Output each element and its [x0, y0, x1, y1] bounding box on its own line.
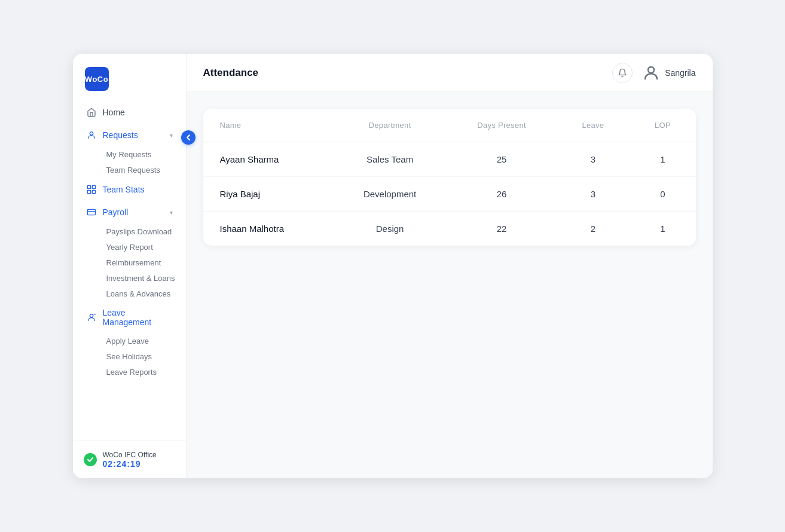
sidebar-item-yearly-report[interactable]: Yearly Report	[102, 240, 180, 255]
user-name-label: Sangrila	[665, 68, 695, 78]
app-container: WoCo Home Requests	[73, 54, 713, 478]
sidebar-sub-label: Investment & Loans	[106, 274, 175, 283]
user-menu-button[interactable]: Sangrila	[642, 64, 695, 82]
footer-office-name: WoCo IFC Office	[103, 451, 157, 459]
cell-lop: 1	[630, 142, 696, 177]
page-title: Attendance	[203, 67, 606, 79]
svg-rect-3	[87, 190, 90, 193]
content-area: Name Department Days Present Leave LOP A…	[187, 92, 713, 478]
chevron-down-icon: ▾	[170, 132, 173, 139]
sidebar-sub-label: Payslips Download	[106, 227, 172, 236]
attendance-table: Name Department Days Present Leave LOP A…	[203, 109, 696, 246]
svg-point-0	[90, 132, 93, 135]
table-row: Riya Bajaj Development 26 3 0	[203, 177, 696, 212]
logo-text: WoCo	[85, 75, 108, 84]
sidebar-item-payslips-download[interactable]: Payslips Download	[102, 224, 180, 239]
requests-submenu: My Requests Team Requests	[79, 147, 180, 178]
footer-time: 02:24:19	[103, 459, 157, 469]
sidebar-sub-label: Reimbursement	[106, 258, 161, 267]
cell-days-present: 25	[447, 142, 557, 177]
cell-department: Design	[332, 212, 447, 246]
sidebar-sub-label: Apply Leave	[106, 337, 149, 346]
column-header-days-present: Days Present	[447, 109, 557, 142]
cell-leave: 3	[556, 177, 630, 212]
check-circle-icon	[84, 453, 97, 466]
logo-box[interactable]: WoCo	[85, 67, 109, 91]
sidebar-sub-label: Leave Reports	[106, 368, 157, 377]
svg-point-9	[648, 67, 654, 73]
svg-rect-2	[92, 185, 95, 188]
sidebar-sub-label: See Holidays	[106, 352, 152, 361]
sidebar-navigation: Home Requests ▾ My Requests Team Request…	[73, 102, 186, 441]
cell-lop: 1	[630, 212, 696, 246]
sidebar-item-payroll[interactable]: Payroll ▾	[79, 201, 180, 223]
payroll-icon	[86, 207, 97, 218]
cell-department: Sales Team	[332, 142, 447, 177]
cell-leave: 2	[556, 212, 630, 246]
cell-days-present: 26	[447, 177, 557, 212]
sidebar-item-team-requests[interactable]: Team Requests	[102, 163, 180, 178]
user-avatar-icon	[642, 64, 660, 82]
cell-name: Ayaan Sharma	[203, 142, 333, 177]
sidebar-toggle-button[interactable]	[181, 130, 196, 145]
header-actions: Sangrila	[612, 63, 695, 83]
payroll-submenu: Payslips Download Yearly Report Reimburs…	[79, 224, 180, 301]
sidebar-sub-label: Yearly Report	[106, 243, 153, 252]
sidebar-item-leave-reports[interactable]: Leave Reports	[102, 365, 180, 380]
column-header-department: Department	[332, 109, 447, 142]
teamstats-icon	[86, 184, 97, 195]
cell-name: Riya Bajaj	[203, 177, 333, 212]
svg-point-7	[90, 314, 93, 317]
notifications-button[interactable]	[612, 63, 633, 83]
column-header-lop: LOP	[630, 109, 696, 142]
svg-rect-5	[87, 209, 95, 215]
chevron-left-icon	[185, 134, 191, 140]
sidebar-item-label: Leave Management	[103, 308, 173, 327]
sidebar-sub-label: Loans & Advances	[106, 289, 171, 298]
cell-department: Development	[332, 177, 447, 212]
svg-rect-1	[87, 185, 90, 188]
sidebar-item-label: Home	[103, 108, 125, 117]
sidebar-item-investment-loans[interactable]: Investment & Loans	[102, 271, 180, 286]
main-content: Attendance Sangrila	[187, 54, 713, 478]
sidebar-logo: WoCo	[73, 54, 186, 102]
sidebar-sub-label: My Requests	[106, 150, 152, 159]
sidebar-item-home[interactable]: Home	[79, 102, 180, 123]
sidebar-item-my-requests[interactable]: My Requests	[102, 147, 180, 162]
footer-info: WoCo IFC Office 02:24:19	[103, 451, 157, 469]
home-icon	[86, 107, 97, 118]
sidebar-item-label: Team Stats	[103, 185, 145, 194]
leave-submenu: Apply Leave See Holidays Leave Reports	[79, 334, 180, 380]
cell-lop: 0	[630, 177, 696, 212]
svg-rect-4	[92, 190, 95, 193]
sidebar-item-label: Payroll	[103, 207, 129, 217]
cell-leave: 3	[556, 142, 630, 177]
sidebar-item-see-holidays[interactable]: See Holidays	[102, 349, 180, 364]
main-header: Attendance Sangrila	[187, 54, 713, 92]
cell-name: Ishaan Malhotra	[203, 212, 333, 246]
sidebar-item-requests[interactable]: Requests ▾	[79, 124, 180, 146]
column-header-name: Name	[203, 109, 333, 142]
sidebar-item-loans-advances[interactable]: Loans & Advances	[102, 286, 180, 301]
attendance-card: Name Department Days Present Leave LOP A…	[203, 109, 696, 246]
column-header-leave: Leave	[556, 109, 630, 142]
cell-days-present: 22	[447, 212, 557, 246]
requests-icon	[86, 130, 97, 140]
sidebar: WoCo Home Requests	[73, 54, 187, 478]
chevron-down-icon: ▾	[170, 209, 173, 216]
sidebar-item-apply-leave[interactable]: Apply Leave	[102, 334, 180, 348]
sidebar-sub-label: Team Requests	[106, 166, 160, 175]
bell-icon	[618, 68, 627, 78]
sidebar-item-label: Requests	[103, 130, 138, 140]
table-row: Ayaan Sharma Sales Team 25 3 1	[203, 142, 696, 177]
sidebar-item-team-stats[interactable]: Team Stats	[79, 179, 180, 200]
sidebar-footer: WoCo IFC Office 02:24:19	[73, 441, 186, 478]
table-row: Ishaan Malhotra Design 22 2 1	[203, 212, 696, 246]
sidebar-item-reimbursement[interactable]: Reimbursement	[102, 255, 180, 270]
leave-icon	[86, 312, 97, 323]
sidebar-item-leave-management[interactable]: Leave Management	[79, 302, 180, 332]
table-header-row: Name Department Days Present Leave LOP	[203, 109, 696, 142]
